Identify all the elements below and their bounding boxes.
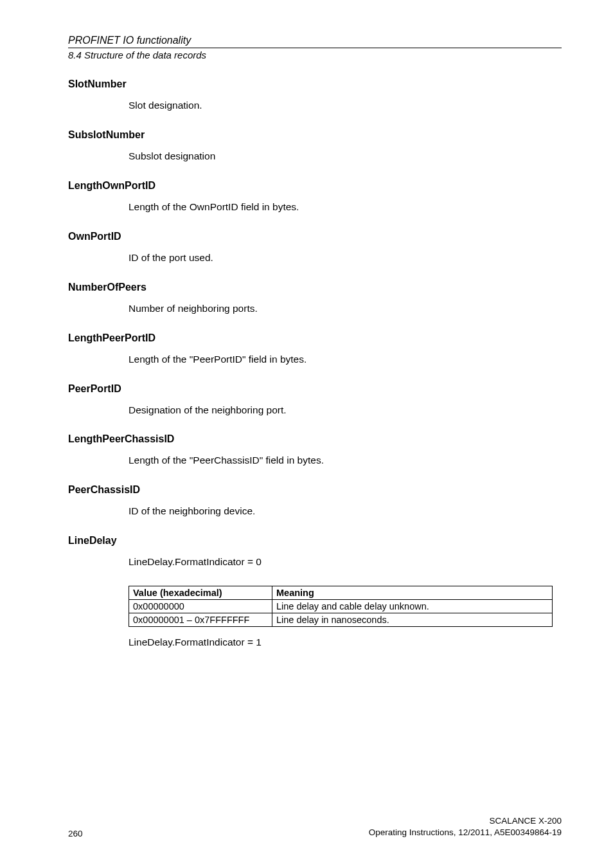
heading-linedelay: LineDelay [68, 535, 562, 547]
body-subslotnumber: Subslot designation [129, 150, 562, 163]
heading-numberofpeers: NumberOfPeers [68, 282, 562, 293]
heading-peerportid: PeerPortID [68, 383, 562, 395]
table-header-row: Value (hexadecimal) Meaning [129, 586, 553, 600]
cell-value: 0x00000000 [129, 600, 272, 613]
heading-subslotnumber: SubslotNumber [68, 129, 562, 141]
section-ownportid: OwnPortID ID of the port used. [68, 231, 562, 265]
th-value: Value (hexadecimal) [129, 586, 272, 600]
heading-ownportid: OwnPortID [68, 231, 562, 242]
body-peerchassisid: ID of the neighboring device. [129, 505, 562, 518]
footer-docinfo: Operating Instructions, 12/2011, A5E0034… [369, 827, 562, 837]
table-row: 0x00000000 Line delay and cable delay un… [129, 600, 553, 613]
section-peerportid: PeerPortID Designation of the neighborin… [68, 383, 562, 417]
body-lengthpeerchassisid: Length of the "PeerChassisID" field in b… [129, 454, 562, 467]
heading-lengthpeerportid: LengthPeerPortID [68, 332, 562, 344]
section-lengthpeerchassisid: LengthPeerChassisID Length of the "PeerC… [68, 433, 562, 467]
linedelay-outro: LineDelay.FormatIndicator = 1 [129, 636, 562, 649]
body-lengthpeerportid: Length of the "PeerPortID" field in byte… [129, 353, 562, 366]
section-numberofpeers: NumberOfPeers Number of neighboring port… [68, 282, 562, 316]
heading-lengthpeerchassisid: LengthPeerChassisID [68, 433, 562, 445]
body-numberofpeers: Number of neighboring ports. [129, 302, 562, 316]
section-slotnumber: SlotNumber Slot designation. [68, 78, 562, 113]
body-lengthownportid: Length of the OwnPortID field in bytes. [129, 201, 562, 214]
footer-right: SCALANCE X-200 Operating Instructions, 1… [369, 815, 562, 838]
section-peerchassisid: PeerChassisID ID of the neighboring devi… [68, 484, 562, 518]
heading-lengthownportid: LengthOwnPortID [68, 180, 562, 192]
th-meaning: Meaning [272, 586, 553, 600]
cell-meaning: Line delay in nanoseconds. [272, 613, 553, 627]
page-container: PROFINET IO functionality 8.4 Structure … [0, 0, 613, 868]
section-subslotnumber: SubslotNumber Subslot designation [68, 129, 562, 163]
body-ownportid: ID of the port used. [129, 251, 562, 265]
heading-slotnumber: SlotNumber [68, 78, 562, 90]
linedelay-intro: LineDelay.FormatIndicator = 0 [129, 556, 562, 569]
body-peerportid: Designation of the neighboring port. [129, 404, 562, 417]
section-lengthpeerportid: LengthPeerPortID Length of the "PeerPort… [68, 332, 562, 366]
footer-product: SCALANCE X-200 [489, 816, 562, 826]
section-linedelay: LineDelay LineDelay.FormatIndicator = 0 … [68, 535, 562, 649]
cell-value: 0x00000001 – 0x7FFFFFFF [129, 613, 272, 627]
table-row: 0x00000001 – 0x7FFFFFFF Line delay in na… [129, 613, 553, 627]
footer-page-number: 260 [68, 829, 83, 838]
sub-running-title: 8.4 Structure of the data records [68, 50, 562, 60]
heading-peerchassisid: PeerChassisID [68, 484, 562, 496]
header-rule [68, 48, 562, 48]
section-lengthownportid: LengthOwnPortID Length of the OwnPortID … [68, 180, 562, 214]
cell-meaning: Line delay and cable delay unknown. [272, 600, 553, 613]
linedelay-table: Value (hexadecimal) Meaning 0x00000000 L… [129, 586, 553, 627]
body-slotnumber: Slot designation. [129, 99, 562, 113]
running-title: PROFINET IO functionality [68, 35, 562, 46]
